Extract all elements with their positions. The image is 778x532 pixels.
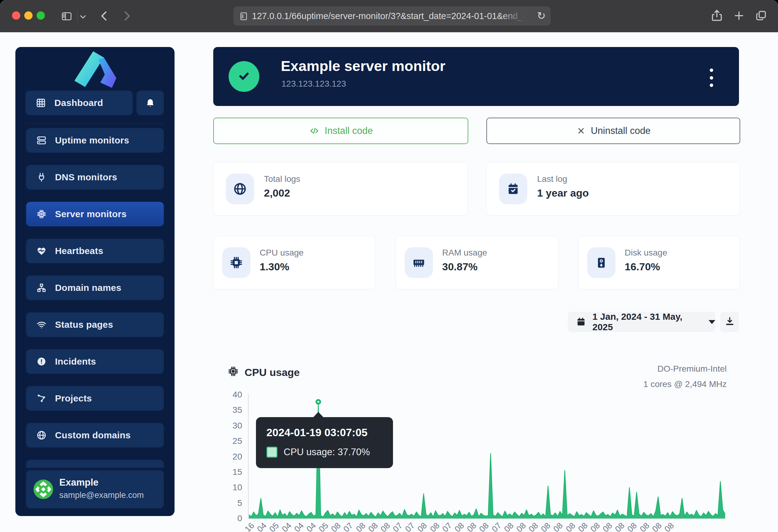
server-name: DO-Premium-Intel <box>657 364 727 374</box>
cpu-chip-icon <box>227 365 239 378</box>
sidebar-item-status-pages[interactable]: Status pages <box>26 313 164 337</box>
date-range-picker[interactable]: 1 Jan, 2024 - 31 May, 2025 <box>568 312 715 332</box>
user-name: Example <box>59 477 99 488</box>
sidebar-item-domain-names[interactable]: Domain names <box>26 275 164 300</box>
x-icon <box>576 126 586 136</box>
chart-tooltip: 2024-01-19 03:07:05 CPU usage: 37.70% <box>256 417 393 468</box>
last-log-card: Last log 1 year ago <box>486 162 740 215</box>
cpu-usage-chart[interactable]: 0510152025303540 16040504040405080708080… <box>215 393 739 532</box>
alert-circle-icon <box>36 356 47 367</box>
stat-value: 1 year ago <box>537 187 589 199</box>
cpu-chip-icon <box>222 247 250 278</box>
check-icon <box>235 67 252 86</box>
ram-usage-card: RAM usage 30.87% <box>396 236 558 289</box>
y-axis-tick-label: 20 <box>215 451 242 462</box>
disk-usage-card: Disk usage 16.70% <box>578 236 740 289</box>
status-ok-badge <box>229 61 259 92</box>
minimize-window-button[interactable] <box>24 11 32 20</box>
user-email: sample@example.com <box>59 491 144 500</box>
sidebar-item-heartbeats[interactable]: Heartbeats <box>26 239 164 263</box>
sidebar-item-label: Dashboard <box>54 98 103 108</box>
wifi-icon <box>36 319 47 330</box>
stat-label: Total logs <box>264 174 300 184</box>
close-window-button[interactable] <box>12 11 20 20</box>
y-axis-tick-label: 5 <box>215 498 242 508</box>
notifications-button[interactable] <box>137 91 164 115</box>
sidebar-item-server-monitors[interactable]: Server monitors <box>26 202 164 227</box>
sidebar-item-incidents[interactable]: Incidents <box>26 349 164 374</box>
calendar-icon <box>576 317 586 327</box>
stat-label: CPU usage <box>260 248 304 258</box>
toolbar-divider <box>77 9 78 23</box>
globe-icon <box>226 174 254 204</box>
code-icon <box>309 125 320 137</box>
url-text: 127.0.0.1/66uptime/server-monitor/3?&sta… <box>252 6 529 25</box>
sidebar-item-dns-monitors[interactable]: DNS monitors <box>26 165 164 189</box>
tooltip-value: CPU usage: 37.70% <box>284 447 370 458</box>
stat-label: Disk usage <box>625 248 668 258</box>
sidebar-item-label: Uptime monitors <box>55 135 129 146</box>
browser-window: 127.0.0.1/66uptime/server-monitor/3?&sta… <box>0 0 778 532</box>
user-avatar <box>33 479 53 499</box>
sidebar-item-label: Incidents <box>55 356 96 367</box>
sidebar-item-label: Custom domains <box>55 430 131 440</box>
sidebar: Dashboard Uptime monitor <box>15 47 174 516</box>
install-code-label: Install code <box>325 125 373 137</box>
stat-value: 2,002 <box>264 187 290 199</box>
tabs-overview-icon[interactable] <box>754 9 768 22</box>
uninstall-code-label: Uninstall code <box>591 125 651 137</box>
app-logo <box>72 51 118 90</box>
download-button[interactable] <box>720 312 739 332</box>
new-tab-icon[interactable] <box>732 9 746 22</box>
sidebar-item-label: Status pages <box>55 320 113 330</box>
bell-icon <box>145 97 155 109</box>
y-axis-tick-label: 30 <box>215 421 242 431</box>
user-card[interactable]: Example sample@example.com <box>26 470 164 508</box>
server-specs: 1 cores @ 2,494 MHz <box>643 379 727 389</box>
stat-value: 1.30% <box>260 261 289 273</box>
sidebar-toggle-icon[interactable] <box>61 10 73 22</box>
install-code-button[interactable]: Install code <box>213 118 468 144</box>
kebab-menu-icon[interactable] <box>705 67 717 88</box>
cpu-chip-icon <box>36 208 47 219</box>
tooltip-timestamp: 2024-01-19 03:07:05 <box>266 426 393 439</box>
uninstall-code-button[interactable]: Uninstall code <box>486 118 740 144</box>
hard-drive-icon <box>587 247 615 278</box>
zoom-window-button[interactable] <box>36 11 45 20</box>
download-icon <box>724 316 735 328</box>
share-icon[interactable] <box>710 9 724 23</box>
browser-toolbar: 127.0.0.1/66uptime/server-monitor/3?&sta… <box>0 0 778 32</box>
calendar-check-icon <box>499 174 527 204</box>
heart-pulse-icon <box>36 245 47 257</box>
page-settings-icon[interactable] <box>238 11 249 21</box>
sidebar-item-label: Server monitors <box>55 209 127 219</box>
sidebar-item-projects[interactable]: Projects <box>26 386 164 411</box>
forward-icon[interactable] <box>120 9 133 23</box>
monitor-header-card: Example server monitor 123.123.123.123 <box>213 47 739 106</box>
globe-icon <box>36 430 47 441</box>
reload-icon[interactable]: ↻ <box>537 6 546 25</box>
sidebar-item-label: Heartbeats <box>55 246 103 256</box>
sidebar-item-custom-domains[interactable]: Custom domains <box>26 423 164 448</box>
sidebar-item-label: Projects <box>55 393 92 404</box>
ram-icon <box>405 247 433 278</box>
chevron-down-icon[interactable] <box>78 12 88 21</box>
total-logs-card: Total logs 2,002 <box>213 162 468 215</box>
stat-label: Last log <box>537 174 567 184</box>
y-axis-tick-label: 25 <box>215 436 242 446</box>
caret-down-icon <box>709 320 715 324</box>
url-fade <box>501 8 529 24</box>
y-axis-tick-label: 40 <box>215 389 242 400</box>
sidebar-item-label: Domain names <box>55 283 122 293</box>
server-stack-icon <box>36 135 47 146</box>
sitemap-icon <box>36 282 47 293</box>
sidebar-item-dashboard[interactable]: Dashboard <box>25 91 133 115</box>
stat-value: 30.87% <box>442 261 477 273</box>
y-axis-tick-label: 35 <box>215 405 242 415</box>
cpu-usage-card: CPU usage 1.30% <box>213 236 375 289</box>
sidebar-item-uptime-monitors[interactable]: Uptime monitors <box>26 128 164 153</box>
address-bar[interactable]: 127.0.0.1/66uptime/server-monitor/3?&sta… <box>234 6 551 25</box>
back-icon[interactable] <box>98 9 111 23</box>
plug-icon <box>36 172 47 183</box>
sidebar-item-partial[interactable] <box>26 460 164 468</box>
